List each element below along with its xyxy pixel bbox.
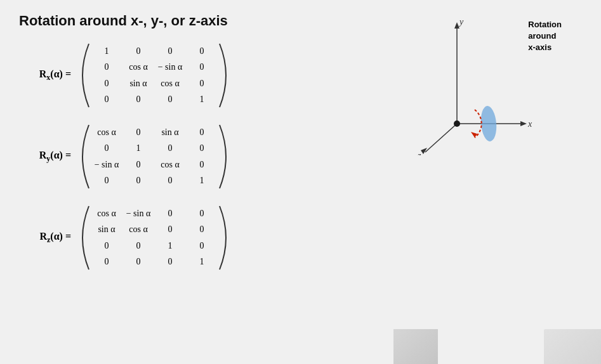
paren-left-rz [80, 203, 91, 273]
cell: 0 [94, 62, 119, 72]
cell: 0 [189, 127, 215, 138]
matrix-row-ry: Ry(α) = cos α 0 sin α 0 0 1 0 0 [19, 122, 374, 192]
paren-right-ry [217, 122, 228, 192]
cell: 0 [94, 176, 119, 186]
cell: 1 [189, 176, 215, 186]
corner-decoration-right [544, 329, 601, 364]
cell: 0 [126, 94, 151, 105]
cell: cos α [94, 209, 119, 219]
cell: 1 [189, 257, 215, 267]
left-panel: Rotation around x-, y-, or z-axis Rx(α) … [0, 0, 393, 364]
page-title: Rotation around x-, y-, or z-axis [19, 13, 374, 29]
cell: 0 [189, 46, 215, 56]
matrix-row-rx: Rx(α) = 1 0 0 0 0 cos α − sin α 0 [19, 41, 374, 110]
matrix-wrap-rz: cos α − sin α 0 0 sin α cos α 0 0 0 0 1 … [80, 203, 228, 273]
cell: 0 [126, 46, 151, 56]
cell: 0 [189, 209, 215, 219]
matrix-cells-ry: cos α 0 sin α 0 0 1 0 0 − sin α 0 cos α … [91, 122, 217, 192]
cell: 0 [189, 143, 215, 153]
matrix-wrap-rx: 1 0 0 0 0 cos α − sin α 0 0 sin α cos α … [80, 41, 228, 110]
paren-left-rx [80, 41, 91, 110]
cell: 0 [94, 241, 119, 251]
cell: 0 [157, 257, 183, 267]
paren-right-rx [217, 41, 228, 110]
matrix-cells-rx: 1 0 0 0 0 cos α − sin α 0 0 sin α cos α … [91, 41, 217, 110]
svg-marker-1 [454, 22, 459, 29]
corner-decoration-left [393, 329, 438, 364]
cell: 0 [94, 257, 119, 267]
cell: 0 [157, 224, 183, 235]
cell: sin α [126, 79, 151, 89]
cell: 0 [126, 241, 151, 251]
svg-text:y: y [458, 17, 464, 27]
svg-line-6 [425, 124, 457, 152]
cell: 0 [189, 160, 215, 170]
cell: 0 [189, 224, 215, 235]
matrices-container: Rx(α) = 1 0 0 0 0 cos α − sin α 0 [19, 41, 374, 273]
cell: 0 [126, 127, 151, 138]
svg-marker-4 [520, 121, 527, 126]
cell: 0 [126, 176, 151, 186]
cell: 0 [126, 257, 151, 267]
svg-text:x: x [527, 119, 532, 129]
cell: 0 [189, 62, 215, 72]
svg-text:z: z [417, 151, 421, 155]
cell: 1 [189, 94, 215, 105]
cell: 0 [94, 143, 119, 153]
cell: 0 [189, 79, 215, 89]
rotation-label: Rotation around x-axis [528, 19, 562, 54]
matrix-wrap-ry: cos α 0 sin α 0 0 1 0 0 − sin α 0 cos α … [80, 122, 228, 192]
matrix-label-ry: Ry(α) = [19, 150, 76, 164]
cell: 0 [157, 209, 183, 219]
cell: 0 [126, 160, 151, 170]
cell: 0 [157, 46, 183, 56]
paren-left-ry [80, 122, 91, 192]
cell: cos α [126, 62, 151, 72]
matrix-row-rz: Rz(α) = cos α − sin α 0 0 sin α cos α 0 [19, 203, 374, 273]
cell: 0 [157, 94, 183, 105]
main-content: Rotation around x-, y-, or z-axis Rx(α) … [0, 0, 601, 364]
matrix-label-rz: Rz(α) = [19, 231, 76, 245]
svg-marker-11 [471, 132, 477, 138]
cell: 1 [157, 241, 183, 251]
cell: cos α [126, 224, 151, 235]
cell: 0 [157, 143, 183, 153]
cell: sin α [157, 127, 183, 138]
cell: 0 [157, 176, 183, 186]
cell: 0 [189, 241, 215, 251]
cell: − sin α [126, 209, 151, 219]
axis-diagram-container: Rotation around x-axis y x z [406, 16, 552, 158]
cell: cos α [157, 160, 183, 170]
svg-point-10 [454, 120, 460, 127]
right-panel: Rotation around x-axis y x z [393, 0, 601, 364]
cell: − sin α [94, 160, 119, 170]
cell: 1 [126, 143, 151, 153]
paren-right-rz [217, 203, 228, 273]
cell: cos α [94, 127, 119, 138]
cell: − sin α [157, 62, 183, 72]
cell: 1 [94, 46, 119, 56]
cell: 0 [94, 79, 119, 89]
matrix-label-rx: Rx(α) = [19, 68, 76, 82]
cell: cos α [157, 79, 183, 89]
cell: sin α [94, 224, 119, 235]
svg-point-9 [480, 105, 498, 142]
matrix-cells-rz: cos α − sin α 0 0 sin α cos α 0 0 0 0 1 … [91, 203, 217, 273]
cell: 0 [94, 94, 119, 105]
